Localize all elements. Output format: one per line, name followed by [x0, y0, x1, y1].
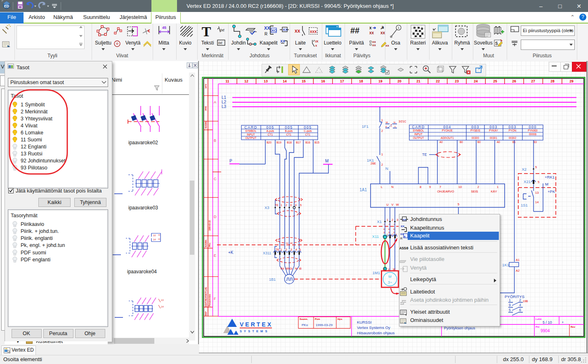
svg-text:Ominaisuudet: Ominaisuudet — [410, 317, 444, 323]
svg-text:V: V — [391, 203, 393, 207]
svg-text:11: 11 — [226, 79, 229, 83]
svg-text:13: 13 — [161, 299, 164, 301]
svg-text:Tasoryhmät: Tasoryhmät — [11, 213, 38, 218]
svg-text:N: N — [391, 185, 393, 189]
svg-text:2: 2 — [477, 185, 479, 189]
svg-text:Johdintunnus: Johdintunnus — [410, 216, 442, 222]
svg-text:4: 4 — [393, 228, 394, 230]
svg-text:11 Suomi: 11 Suomi — [21, 137, 42, 143]
svg-text:14: 14 — [153, 238, 156, 241]
svg-text:Bl: Bl — [299, 267, 302, 270]
svg-text:Laitetiedot: Laitetiedot — [410, 289, 435, 295]
svg-text:C-puls: C-puls — [304, 129, 312, 133]
svg-text:1: 1 — [381, 153, 383, 156]
svg-text:Piir: Piir — [536, 326, 540, 328]
svg-text:005: 005 — [266, 125, 274, 129]
svg-text:R: R — [400, 237, 403, 240]
svg-text:6 Lomake: 6 Lomake — [21, 130, 43, 136]
svg-text:M: M — [325, 159, 328, 163]
svg-text:ED: ED — [4, 4, 9, 8]
svg-text:L2: L2 — [222, 100, 227, 104]
svg-text:Hitsausrobotin ohjaus: Hitsausrobotin ohjaus — [357, 331, 395, 335]
svg-text:12: 12 — [244, 79, 248, 83]
svg-text:14: 14 — [535, 200, 538, 204]
svg-text:M: M — [388, 275, 392, 279]
svg-text:PYSEIS: PYSEIS — [470, 129, 480, 132]
svg-text:10: 10 — [153, 234, 156, 237]
svg-text:2: 2 — [381, 129, 383, 133]
svg-text:Tunnukset: Tunnukset — [294, 53, 317, 59]
svg-text:CT1: CT1 — [286, 133, 292, 136]
svg-text:T: T — [202, 24, 211, 39]
svg-text:28: 28 — [550, 79, 555, 83]
svg-text:OUTPUT: OUTPUT — [413, 136, 424, 139]
svg-text:Venytä: Venytä — [125, 40, 141, 46]
svg-text:Kaikki: Kaikki — [47, 200, 61, 205]
svg-text:Kaapelit: Kaapelit — [410, 232, 430, 239]
svg-text:B0: B0 — [460, 141, 463, 143]
svg-text:Leikepöytä: Leikepöytä — [410, 276, 437, 282]
svg-text:5: 5 — [535, 165, 537, 169]
svg-text:PDF englanti: PDF englanti — [21, 257, 50, 263]
svg-text:xx: xx — [380, 31, 385, 35]
svg-text:##: ## — [350, 26, 359, 35]
svg-text:27: 27 — [531, 79, 535, 83]
svg-text:+: + — [562, 320, 564, 324]
svg-text:2: 2 — [286, 204, 287, 207]
svg-text:C: C — [214, 177, 217, 181]
svg-text:Kuvaus: Kuvaus — [165, 77, 183, 83]
svg-text:Tasot: Tasot — [17, 64, 29, 70]
svg-text:PPR: PPR — [205, 106, 207, 110]
svg-text:Muut: Muut — [483, 53, 494, 59]
svg-text:L: L — [381, 185, 383, 189]
svg-text:B: B — [214, 139, 216, 143]
svg-text:26: 26 — [512, 79, 516, 83]
svg-text:18: 18 — [359, 79, 363, 83]
svg-text:004: 004 — [443, 125, 451, 129]
svg-text:1: 1 — [381, 118, 383, 122]
svg-text:Tyyli: Tyyli — [47, 53, 57, 59]
svg-text:Rasteri: Rasteri — [410, 40, 426, 46]
svg-text:B17: B17 — [296, 141, 301, 144]
svg-text:Merkinnät: Merkinnät — [202, 53, 224, 59]
svg-text:1F1: 1F1 — [362, 124, 368, 129]
svg-text:5: 5 — [509, 308, 511, 312]
svg-text:Päivitä: Päivitä — [349, 40, 364, 46]
svg-text:B0: B0 — [477, 141, 481, 143]
svg-text:45: 45 — [162, 26, 166, 30]
svg-text:HYV: HYV — [205, 84, 207, 88]
svg-text:Kuvio: Kuvio — [179, 40, 191, 46]
svg-text:1A1: 1A1 — [359, 188, 367, 192]
svg-text:txt: txt — [218, 41, 222, 45]
svg-text:9904: 9904 — [541, 329, 550, 333]
svg-text:P: P — [229, 159, 232, 163]
svg-text:Piirustuksen omat tasot: Piirustuksen omat tasot — [10, 80, 64, 85]
svg-text:F: F — [214, 297, 216, 301]
svg-text:000: 000 — [529, 125, 537, 129]
svg-text:Hyv.: Hyv. — [338, 318, 343, 320]
svg-text:ASS0: ASS0 — [399, 247, 409, 251]
svg-text:SUUNN.: SUUNN. — [205, 239, 207, 247]
svg-text:003: 003 — [471, 125, 479, 129]
svg-text:003: 003 — [508, 125, 517, 129]
svg-text:4 Viivat: 4 Viivat — [21, 123, 38, 129]
svg-text:A-puls: A-puls — [267, 129, 274, 133]
svg-text:B20: B20 — [267, 141, 272, 144]
svg-text:VERTEX: VERTEX — [240, 321, 273, 328]
svg-text:20: 20 — [397, 79, 401, 83]
svg-text:1M1: 1M1 — [373, 270, 380, 275]
svg-text:12 Englanti: 12 Englanti — [21, 144, 47, 150]
svg-text:N: N — [394, 121, 395, 124]
svg-text:INPUT: INPUT — [414, 133, 423, 136]
svg-text:3/21C: 3/21C — [399, 120, 406, 123]
svg-text:Ikkunat: Ikkunat — [325, 53, 341, 59]
svg-text:X311: X311 — [263, 251, 271, 255]
svg-text:CARD: CARD — [244, 125, 257, 129]
svg-text:B-puls: B-puls — [285, 129, 293, 133]
svg-text:PYÖRITYS: PYÖRITYS — [505, 294, 524, 299]
svg-text:TE: TE — [276, 248, 279, 251]
svg-text:PYKÄSI: PYKÄSI — [528, 129, 538, 132]
svg-text:xxx: xxx — [310, 29, 317, 34]
svg-text:1999-03-29: 1999-03-29 — [316, 323, 333, 327]
svg-text:Piirikaavio: Piirikaavio — [21, 221, 44, 227]
